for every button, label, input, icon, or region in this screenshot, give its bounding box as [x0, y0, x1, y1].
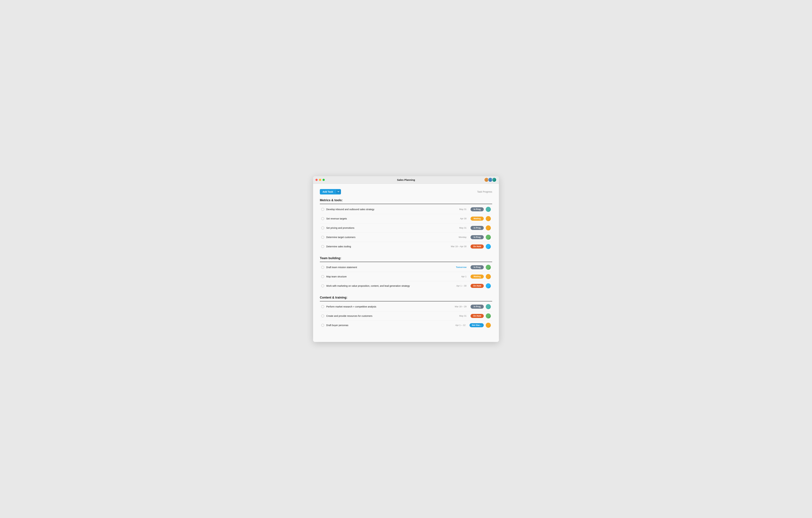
- task-name: Determine sales tooling: [326, 245, 444, 248]
- task-avatar: [486, 207, 491, 212]
- task-item: Set pricing and promotionsMay 31In Prog: [320, 223, 492, 233]
- status-badge: On Hold: [470, 244, 484, 249]
- task-avatar: [486, 216, 491, 221]
- task-checkbox[interactable]: [321, 305, 324, 308]
- task-checkbox[interactable]: [321, 245, 324, 248]
- task-list-content: Perform market research + competitive an…: [320, 302, 492, 330]
- task-date: May 31: [446, 315, 466, 317]
- task-name: Map team structure: [326, 275, 444, 278]
- task-date: Mar 18 – 29: [446, 305, 466, 308]
- task-name: Develop inbound and outbound sales strat…: [326, 208, 444, 211]
- status-badge: On Hold: [470, 284, 484, 288]
- status-badge: Waiting: [470, 275, 484, 279]
- task-name: Create and provide resources for custome…: [326, 315, 444, 317]
- task-item: Map team structureApr 1Waiting: [320, 272, 492, 281]
- task-item: Determine sales toolingMar 18 – Apr 30On…: [320, 242, 492, 251]
- task-name: Work with marketing on value proposition…: [326, 285, 444, 287]
- task-date: Apr 1 – 30: [446, 285, 466, 287]
- task-item: Set revenue targetsApr 30Waiting: [320, 214, 492, 223]
- app-window: Sales Planning Add Task Task Progress: [313, 176, 499, 342]
- task-progress-label: Task Progress: [477, 191, 492, 193]
- task-avatar: [486, 283, 491, 288]
- task-item: Determine target customersMondayIn Prog: [320, 233, 492, 242]
- task-checkbox[interactable]: [321, 284, 324, 287]
- status-badge: Not Star...: [469, 323, 484, 327]
- section-team: Team building:Draft team mission stateme…: [320, 256, 492, 290]
- add-task-label: Add Task: [322, 191, 333, 193]
- task-checkbox[interactable]: [321, 236, 324, 239]
- task-item: Draft team mission statementTomorrowIn P…: [320, 263, 492, 272]
- status-badge: Waiting: [470, 217, 484, 221]
- task-name: Perform market research + competitive an…: [326, 305, 444, 308]
- user-avatar-3: [492, 177, 497, 182]
- task-name: Draft buyer personas: [326, 324, 443, 326]
- task-list-metrics: Develop inbound and outbound sales strat…: [320, 205, 492, 251]
- section-header-content: Content & training:: [320, 296, 492, 301]
- status-badge: In Prog: [470, 305, 484, 309]
- section-header-team: Team building:: [320, 256, 492, 262]
- section-header-metrics: Metrics & tools:: [320, 199, 492, 204]
- task-list-team: Draft team mission statementTomorrowIn P…: [320, 263, 492, 290]
- add-task-button[interactable]: Add Task: [320, 189, 341, 195]
- task-date: Mar 18 – Apr 30: [446, 245, 466, 248]
- task-avatar: [486, 323, 491, 328]
- minimize-button[interactable]: [319, 179, 321, 181]
- task-avatar: [486, 313, 491, 318]
- task-name: Set pricing and promotions: [326, 227, 444, 229]
- task-checkbox[interactable]: [321, 208, 324, 211]
- window-title: Sales Planning: [397, 178, 415, 181]
- close-button[interactable]: [315, 179, 318, 181]
- task-item: Develop inbound and outbound sales strat…: [320, 205, 492, 214]
- traffic-lights: [315, 179, 325, 181]
- task-avatar: [486, 265, 491, 270]
- maximize-button[interactable]: [322, 179, 325, 181]
- task-checkbox[interactable]: [321, 324, 324, 327]
- task-avatar: [486, 225, 491, 230]
- task-name: Set revenue targets: [326, 217, 444, 220]
- task-item: Perform market research + competitive an…: [320, 302, 492, 311]
- task-checkbox[interactable]: [321, 226, 324, 229]
- task-date: Apr 30: [446, 217, 466, 220]
- task-date: May 31: [446, 227, 466, 229]
- section-metrics: Metrics & tools:Develop inbound and outb…: [320, 199, 492, 251]
- titlebar: Sales Planning: [313, 176, 499, 184]
- task-name: Determine target customers: [326, 236, 444, 238]
- task-item: Draft buyer personasApr 1 – 12Not Star..…: [320, 321, 492, 330]
- task-checkbox[interactable]: [321, 314, 324, 317]
- task-avatar: [486, 304, 491, 309]
- task-avatar: [486, 274, 491, 279]
- task-date: Monday: [446, 236, 466, 238]
- task-date: May 31: [446, 208, 466, 210]
- task-name: Draft team mission statement: [326, 266, 444, 269]
- toolbar: Add Task Task Progress: [320, 189, 492, 195]
- section-content: Content & training:Perform market resear…: [320, 296, 492, 330]
- user-avatars: [485, 177, 497, 182]
- task-item: Work with marketing on value proposition…: [320, 281, 492, 290]
- task-avatar: [486, 244, 491, 249]
- task-date: Tomorrow: [446, 266, 466, 268]
- status-badge: In Prog: [470, 235, 484, 239]
- task-date: Apr 1 – 12: [445, 324, 465, 326]
- status-badge: In Prog: [470, 226, 484, 230]
- add-task-chevron-icon[interactable]: [336, 190, 341, 194]
- task-checkbox[interactable]: [321, 275, 324, 278]
- task-item: Create and provide resources for custome…: [320, 311, 492, 321]
- task-avatar: [486, 235, 491, 240]
- main-content: Add Task Task Progress Metrics & tools:D…: [313, 184, 499, 342]
- task-checkbox[interactable]: [321, 266, 324, 269]
- sections-container: Metrics & tools:Develop inbound and outb…: [320, 199, 492, 330]
- task-date: Apr 1: [446, 275, 466, 278]
- status-badge: In Prog: [470, 265, 484, 269]
- status-badge: On Hold: [470, 314, 484, 318]
- task-checkbox[interactable]: [321, 217, 324, 220]
- status-badge: In Prog: [470, 207, 484, 211]
